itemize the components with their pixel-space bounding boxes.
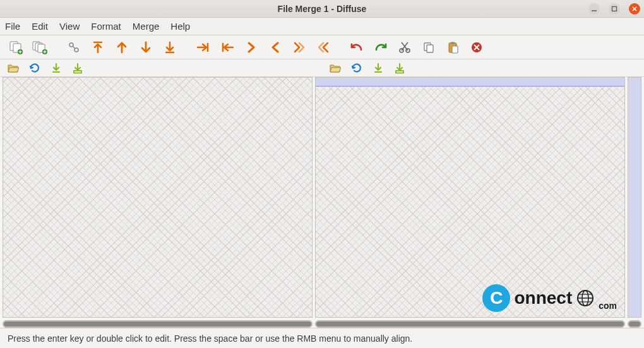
last-diff-button[interactable]	[160, 37, 180, 57]
left-hscroll[interactable]	[3, 320, 313, 328]
svg-rect-32	[452, 46, 458, 53]
push-left-button[interactable]	[217, 37, 237, 57]
overview-pane[interactable]	[628, 77, 641, 318]
svg-rect-37	[74, 71, 81, 73]
svg-rect-31	[451, 42, 455, 44]
left-pane[interactable]	[3, 77, 313, 318]
push-right-button[interactable]	[193, 37, 213, 57]
menubar: File Edit View Format Merge Help	[0, 18, 644, 35]
right-pane[interactable]: C onnect com	[315, 77, 625, 318]
merge-from-right-button[interactable]	[289, 37, 309, 57]
paste-button[interactable]	[443, 37, 463, 57]
diff-panes: C onnect com	[0, 77, 644, 328]
prev-diff-button[interactable]	[112, 37, 132, 57]
undo-button[interactable]	[347, 37, 367, 57]
window-title: File Merge 1 - Diffuse	[278, 4, 367, 14]
left-open-button[interactable]	[6, 61, 20, 75]
menu-view[interactable]: View	[59, 21, 80, 32]
menu-edit[interactable]: Edit	[32, 21, 48, 32]
right-save-button[interactable]	[371, 61, 385, 75]
right-hscroll[interactable]	[315, 320, 625, 328]
left-save-as-button[interactable]	[71, 61, 85, 75]
svg-point-40	[578, 291, 593, 306]
menu-file[interactable]: File	[5, 21, 20, 32]
watermark-logo-icon: C	[482, 284, 510, 312]
realign-button[interactable]	[64, 37, 84, 57]
merge-from-left-button[interactable]	[313, 37, 333, 57]
selection-line	[316, 78, 624, 87]
right-save-as-button[interactable]	[393, 61, 407, 75]
close-button[interactable]	[629, 3, 640, 15]
menu-merge[interactable]: Merge	[133, 21, 160, 32]
next-diff-button[interactable]	[136, 37, 156, 57]
copy-left-button[interactable]	[265, 37, 285, 57]
right-open-button[interactable]	[328, 61, 342, 75]
first-diff-button[interactable]	[88, 37, 108, 57]
clear-button[interactable]	[467, 37, 487, 57]
svg-rect-39	[396, 71, 403, 73]
svg-rect-29	[427, 45, 433, 52]
left-reload-button[interactable]	[28, 61, 42, 75]
menu-help[interactable]: Help	[170, 21, 190, 32]
status-text: Press the enter key or double click to e…	[8, 333, 412, 344]
copy-right-button[interactable]	[241, 37, 261, 57]
maximize-button[interactable]	[609, 3, 620, 15]
globe-icon	[576, 289, 595, 308]
svg-point-41	[582, 291, 588, 306]
left-save-button[interactable]	[49, 61, 63, 75]
right-file-toolbar	[322, 59, 644, 76]
main-toolbar	[0, 35, 644, 59]
cut-button[interactable]	[395, 37, 415, 57]
window-controls	[588, 3, 640, 15]
copy-button[interactable]	[419, 37, 439, 57]
statusbar: Press the enter key or double click to e…	[0, 328, 644, 348]
file-toolbar	[0, 59, 644, 77]
overview-hscroll[interactable]	[628, 320, 641, 328]
right-reload-button[interactable]	[350, 61, 364, 75]
redo-button[interactable]	[371, 37, 391, 57]
watermark-brand: onnect	[514, 288, 572, 308]
left-file-toolbar	[0, 59, 322, 76]
minimize-button[interactable]	[588, 3, 600, 15]
watermark: C onnect com	[482, 284, 617, 312]
new-3way-button[interactable]	[30, 37, 51, 57]
svg-line-17	[73, 46, 75, 49]
watermark-suffix: com	[599, 301, 617, 311]
new-2way-button[interactable]	[6, 37, 27, 57]
menu-format[interactable]: Format	[91, 21, 121, 32]
titlebar: File Merge 1 - Diffuse	[0, 0, 644, 18]
svg-rect-1	[612, 6, 617, 11]
